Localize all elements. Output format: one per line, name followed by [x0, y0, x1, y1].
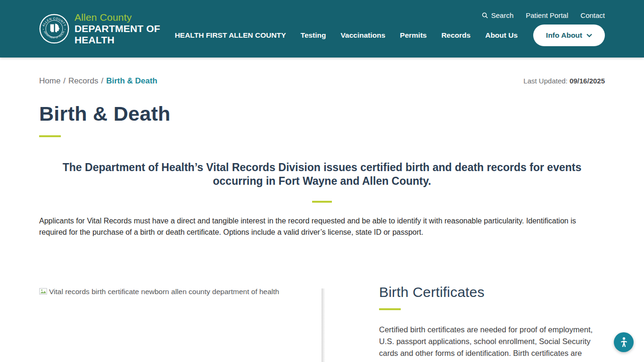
intro-paragraph: Applicants for Vital Records must have a…: [39, 215, 586, 238]
brand[interactable]: ALLEN COUNTY DEPARTMENT OF HEALTH Allen …: [39, 12, 160, 46]
main-nav: HEALTH FIRST ALLEN COUNTY Testing Vaccin…: [175, 25, 605, 46]
nav-item-permits[interactable]: Permits: [400, 31, 427, 40]
utility-nav: Search Patient Portal Contact: [481, 11, 605, 19]
breadcrumb-home-link[interactable]: Home: [39, 76, 60, 85]
nav-item-vaccinations[interactable]: Vaccinations: [341, 31, 386, 40]
image-shadow-divider: [322, 288, 325, 362]
search-icon: [481, 12, 488, 19]
image-column: Vital records birth certificate newborn …: [39, 284, 322, 362]
title-accent-bar: [39, 135, 61, 137]
breadcrumb-row: Home/Records/Birth & Death Last Updated:…: [39, 76, 605, 86]
birth-certificates-body: Certified birth certificates are needed …: [379, 324, 605, 362]
page-title: Birth & Death: [39, 102, 605, 125]
info-about-button[interactable]: Info About: [533, 25, 605, 46]
breadcrumb-current: Birth & Death: [106, 76, 157, 85]
subtitle-accent-bar: [312, 201, 332, 203]
nav-item-records[interactable]: Records: [441, 31, 471, 40]
nav-item-health-first[interactable]: HEALTH FIRST ALLEN COUNTY: [175, 31, 286, 40]
last-updated-label: Last Updated:: [523, 77, 567, 85]
breadcrumb: Home/Records/Birth & Death: [39, 76, 157, 86]
breadcrumb-separator: /: [101, 76, 103, 85]
header-right: Search Patient Portal Contact HEALTH FIR…: [175, 11, 605, 46]
contact-link[interactable]: Contact: [580, 11, 605, 19]
chevron-down-icon: [586, 33, 592, 37]
breadcrumb-separator: /: [63, 76, 66, 85]
last-updated-value: 09/16/2025: [570, 77, 605, 85]
search-link[interactable]: Search: [481, 11, 514, 19]
page-content: Home/Records/Birth & Death Last Updated:…: [0, 76, 644, 362]
last-updated: Last Updated: 09/16/2025: [523, 77, 605, 85]
broken-image-icon: [39, 288, 47, 295]
nav-item-testing[interactable]: Testing: [301, 31, 326, 40]
accessibility-widget-button[interactable]: [614, 332, 634, 352]
birth-certificates-heading: Birth Certificates: [379, 284, 605, 300]
brand-line-department: DEPARTMENT OF: [74, 23, 160, 34]
county-seal-logo-icon: ALLEN COUNTY DEPARTMENT OF HEALTH: [39, 14, 69, 44]
birth-certificates-column: Birth Certificates Certified birth certi…: [379, 284, 605, 362]
birth-certificates-accent-bar: [379, 308, 401, 310]
nav-item-about-us[interactable]: About Us: [485, 31, 518, 40]
accessibility-person-icon: [618, 336, 630, 349]
broken-image-placeholder: Vital records birth certificate newborn …: [39, 288, 322, 296]
search-label: Search: [491, 11, 514, 19]
page-subtitle: The Department of Health’s Vital Records…: [46, 161, 598, 188]
info-about-label: Info About: [546, 31, 582, 40]
breadcrumb-records-link[interactable]: Records: [68, 76, 98, 85]
two-column-section: Vital records birth certificate newborn …: [39, 284, 605, 362]
patient-portal-link[interactable]: Patient Portal: [526, 11, 568, 19]
brand-line-county: Allen County: [74, 12, 160, 23]
site-header: ALLEN COUNTY DEPARTMENT OF HEALTH Allen …: [0, 0, 644, 58]
image-alt-text: Vital records birth certificate newborn …: [49, 288, 279, 296]
brand-text: Allen County DEPARTMENT OF HEALTH: [74, 12, 160, 46]
brand-line-health: HEALTH: [74, 34, 160, 46]
